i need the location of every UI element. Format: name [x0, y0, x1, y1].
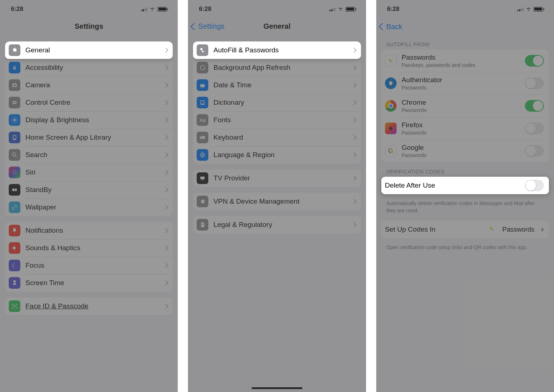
svg-rect-23	[202, 180, 204, 181]
row-home-screen[interactable]: Home Screen & App Library	[5, 129, 173, 146]
chevron-right-icon	[352, 152, 357, 157]
chevron-left-icon	[190, 23, 198, 30]
row-label: Set Up Codes In	[385, 225, 483, 233]
row-passwords-app[interactable]: Passwords Passkeys, passwords and codes	[381, 49, 549, 72]
signal-icon	[517, 7, 523, 11]
row-label: Keyboard	[213, 133, 347, 141]
row-label: Date & Time	[213, 81, 347, 89]
row-sub: Passkeys, passwords and codes	[402, 62, 520, 68]
signal-icon	[141, 7, 148, 11]
search-icon	[9, 149, 20, 161]
toggle-chrome[interactable]	[525, 100, 544, 112]
row-label: Sounds & Haptics	[25, 244, 159, 252]
svg-point-8	[12, 188, 15, 191]
section-verification-codes: VERIFICATION CODES	[386, 169, 544, 175]
row-label: Focus	[25, 261, 159, 269]
wifi-icon	[338, 5, 344, 13]
back-button[interactable]: Back	[380, 23, 402, 31]
row-chrome[interactable]: Chrome Passwords	[381, 95, 549, 117]
gear-icon	[9, 44, 20, 56]
signal-icon	[329, 7, 336, 11]
autofill-group: Passwords Passkeys, passwords and codes …	[381, 49, 549, 162]
keyboard-icon	[197, 132, 208, 143]
toggle-delete-after-use[interactable]	[525, 180, 544, 191]
row-legal[interactable]: Legal & Regulatory	[193, 216, 361, 233]
row-display[interactable]: Display & Brightness	[5, 111, 173, 129]
row-sub: Passwords	[402, 107, 520, 113]
row-setup-codes[interactable]: Set Up Codes In Passwords	[381, 221, 549, 238]
row-keyboard[interactable]: Keyboard	[193, 129, 361, 146]
status-icons	[517, 5, 543, 13]
general-group-3: VPN & Device Management	[193, 193, 361, 210]
row-autofill-passwords[interactable]: AutoFill & Passwords	[193, 41, 361, 59]
chevron-right-icon	[352, 48, 357, 53]
firefox-icon	[385, 123, 397, 134]
row-tv-provider[interactable]: TV Provider	[193, 169, 361, 187]
svg-rect-15	[200, 83, 205, 84]
settings-group-3: Face ID & Passcode	[5, 297, 173, 315]
row-label: Accessibility	[25, 64, 159, 72]
row-authenticator[interactable]: Authenticator Passwords	[381, 72, 549, 95]
row-notifications[interactable]: Notifications	[5, 222, 173, 239]
row-label: TV Provider	[213, 174, 347, 182]
svg-rect-25	[202, 224, 204, 225]
row-standby[interactable]: StandBy	[5, 181, 173, 199]
chevron-right-icon	[352, 176, 357, 181]
row-focus[interactable]: Focus	[5, 257, 173, 274]
refresh-icon	[197, 62, 208, 73]
status-bar: 6:28	[376, 0, 554, 18]
row-google[interactable]: G Google Passwords	[381, 140, 549, 162]
row-general[interactable]: General	[5, 41, 173, 59]
row-label: Control Centre	[25, 99, 159, 107]
settings-group-2: Notifications Sounds & Haptics Focus Scr…	[5, 222, 173, 292]
row-sounds[interactable]: Sounds & Haptics	[5, 239, 173, 257]
battery-icon	[534, 7, 543, 12]
row-fonts[interactable]: Aa Fonts	[193, 111, 361, 129]
row-label: Display & Brightness	[25, 116, 159, 124]
back-button[interactable]: Settings	[192, 22, 224, 31]
row-date-time[interactable]: Date & Time	[193, 76, 361, 94]
row-vpn[interactable]: VPN & Device Management	[193, 193, 361, 210]
general-group-2: TV Provider	[193, 169, 361, 187]
screenshot-settings: 6:28 Settings General Accessibility Came…	[0, 0, 178, 392]
row-siri[interactable]: Siri	[5, 164, 173, 181]
chevron-right-icon	[352, 83, 357, 88]
setup-codes-group: Set Up Codes In Passwords	[381, 221, 549, 238]
row-search[interactable]: Search	[5, 146, 173, 164]
row-wallpaper[interactable]: Wallpaper	[5, 199, 173, 216]
status-time: 6:28	[199, 5, 211, 13]
chevron-right-icon	[163, 245, 168, 251]
toggle-google[interactable]	[525, 145, 544, 157]
toggle-authenticator[interactable]	[525, 77, 544, 89]
row-face-id[interactable]: Face ID & Passcode	[5, 297, 173, 315]
row-label: StandBy	[25, 186, 159, 194]
row-firefox[interactable]: Firefox Passwords	[381, 117, 549, 140]
svg-rect-18	[201, 137, 201, 137]
row-accessibility[interactable]: Accessibility	[5, 59, 173, 76]
moon-icon	[9, 260, 20, 271]
row-delete-after-use[interactable]: Delete After Use	[381, 177, 549, 194]
row-label: Search	[25, 151, 159, 159]
row-control-centre[interactable]: Control Centre	[5, 94, 173, 111]
control-centre-icon	[9, 97, 20, 108]
chevron-right-icon	[163, 304, 168, 309]
row-screen-time[interactable]: Screen Time	[5, 274, 173, 292]
home-indicator[interactable]	[252, 387, 302, 389]
row-label: Delete After Use	[385, 181, 520, 189]
row-label: Language & Region	[213, 151, 347, 159]
svg-rect-22	[200, 177, 205, 180]
row-title: Authenticator	[402, 76, 520, 84]
row-dictionary[interactable]: Dictionary	[193, 94, 361, 111]
toggle-firefox[interactable]	[525, 123, 544, 134]
svg-point-27	[389, 127, 392, 130]
row-language[interactable]: Language & Region	[193, 146, 361, 164]
svg-rect-1	[12, 101, 17, 102]
row-background-refresh[interactable]: Background App Refresh	[193, 59, 361, 76]
chevron-right-icon	[352, 199, 357, 204]
status-time: 6:28	[11, 5, 23, 13]
back-label: Settings	[198, 22, 224, 31]
row-camera[interactable]: Camera	[5, 76, 173, 94]
page-title: Settings	[75, 22, 103, 31]
toggle-passwords[interactable]	[525, 55, 544, 67]
row-label: Camera	[25, 81, 159, 89]
